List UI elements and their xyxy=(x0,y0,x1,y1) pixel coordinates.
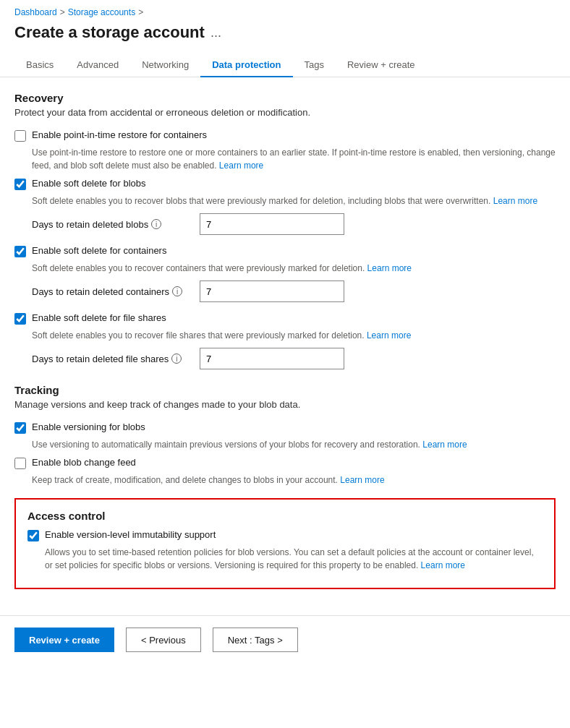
point-in-time-checkbox[interactable] xyxy=(14,130,26,142)
retain-containers-info-icon[interactable]: i xyxy=(172,286,182,296)
versioning-label[interactable]: Enable versioning for blobs xyxy=(32,421,145,432)
retain-containers-input[interactable] xyxy=(200,281,344,302)
retain-containers-field-row: Days to retain deleted containers i xyxy=(32,281,556,302)
recovery-desc: Protect your data from accidental or err… xyxy=(14,107,556,118)
breadcrumb-dashboard[interactable]: Dashboard xyxy=(14,7,57,17)
tab-review-create[interactable]: Review + create xyxy=(336,53,427,77)
soft-delete-containers-learn-more[interactable]: Learn more xyxy=(367,263,412,273)
versioning-checkbox-row: Enable versioning for blobs xyxy=(14,421,556,434)
tab-advanced[interactable]: Advanced xyxy=(65,53,130,77)
tracking-section: Tracking Manage versions and keep track … xyxy=(14,384,556,487)
breadcrumb: Dashboard > Storage accounts > xyxy=(0,0,570,20)
change-feed-checkbox-row: Enable blob change feed xyxy=(14,457,556,469)
immutability-checkbox-row: Enable version-level immutability suppor… xyxy=(27,529,543,541)
tab-data-protection[interactable]: Data protection xyxy=(200,53,292,77)
previous-button[interactable]: < Previous xyxy=(126,628,201,652)
recovery-section: Recovery Protect your data from accident… xyxy=(14,92,556,369)
point-in-time-checkbox-row: Enable point-in-time restore for contain… xyxy=(14,129,556,142)
soft-delete-containers-desc: Soft delete enables you to recover conta… xyxy=(32,262,556,275)
soft-delete-files-desc: Soft delete enables you to recover file … xyxy=(32,329,556,342)
soft-delete-blobs-checkbox[interactable] xyxy=(14,179,26,190)
retain-files-input[interactable] xyxy=(200,348,344,369)
retain-blobs-label: Days to retain deleted blobs i xyxy=(32,219,191,230)
retain-blobs-field-row: Days to retain deleted blobs i xyxy=(32,213,556,235)
page-header: Create a storage account ... xyxy=(0,20,570,53)
tab-networking[interactable]: Networking xyxy=(130,53,200,77)
access-control-section: Access control Enable version-level immu… xyxy=(14,498,556,589)
change-feed-checkbox[interactable] xyxy=(14,458,26,469)
page-menu-button[interactable]: ... xyxy=(210,25,221,40)
soft-delete-files-learn-more[interactable]: Learn more xyxy=(367,330,411,341)
tracking-desc: Manage versions and keep track of change… xyxy=(14,399,556,410)
soft-delete-blobs-learn-more[interactable]: Learn more xyxy=(493,196,537,206)
tab-basics[interactable]: Basics xyxy=(14,53,65,77)
immutability-label[interactable]: Enable version-level immutability suppor… xyxy=(45,529,216,540)
access-control-title: Access control xyxy=(27,510,543,522)
immutability-checkbox[interactable] xyxy=(27,530,39,541)
change-feed-label[interactable]: Enable blob change feed xyxy=(32,457,136,468)
immutability-learn-more[interactable]: Learn more xyxy=(421,560,465,570)
point-in-time-desc: Use point-in-time restore to restore one… xyxy=(32,146,556,172)
breadcrumb-sep1: > xyxy=(60,7,65,17)
soft-delete-containers-label[interactable]: Enable soft delete for containers xyxy=(32,245,166,256)
versioning-learn-more[interactable]: Learn more xyxy=(422,440,467,450)
soft-delete-blobs-desc: Soft delete enables you to recover blobs… xyxy=(32,194,556,207)
recovery-title: Recovery xyxy=(14,92,556,104)
versioning-checkbox[interactable] xyxy=(14,422,26,434)
main-content: Recovery Protect your data from accident… xyxy=(0,77,570,615)
breadcrumb-storage-accounts[interactable]: Storage accounts xyxy=(68,7,135,17)
retain-blobs-input[interactable] xyxy=(200,213,344,235)
change-feed-learn-more[interactable]: Learn more xyxy=(340,475,384,485)
retain-containers-label: Days to retain deleted containers i xyxy=(32,286,191,297)
soft-delete-containers-checkbox[interactable] xyxy=(14,246,26,257)
page-title: Create a storage account xyxy=(14,23,205,42)
footer: Review + create < Previous Next : Tags > xyxy=(0,615,570,664)
retain-blobs-info-icon[interactable]: i xyxy=(151,219,161,229)
next-button[interactable]: Next : Tags > xyxy=(213,628,298,652)
immutability-desc: Allows you to set time-based retention p… xyxy=(45,546,543,572)
tab-bar: Basics Advanced Networking Data protecti… xyxy=(0,53,570,77)
tab-tags[interactable]: Tags xyxy=(293,53,336,77)
tracking-title: Tracking xyxy=(14,384,556,396)
soft-delete-files-checkbox-row: Enable soft delete for file shares xyxy=(14,312,556,325)
soft-delete-blobs-checkbox-row: Enable soft delete for blobs xyxy=(14,178,556,190)
breadcrumb-sep2: > xyxy=(138,7,143,17)
point-in-time-learn-more[interactable]: Learn more xyxy=(219,160,263,171)
versioning-desc: Use versioning to automatically maintain… xyxy=(32,438,556,451)
retain-files-label: Days to retain deleted file shares i xyxy=(32,354,191,364)
soft-delete-files-checkbox[interactable] xyxy=(14,313,26,325)
retain-files-info-icon[interactable]: i xyxy=(171,354,182,364)
soft-delete-blobs-label[interactable]: Enable soft delete for blobs xyxy=(32,178,146,189)
soft-delete-files-label[interactable]: Enable soft delete for file shares xyxy=(32,312,166,323)
change-feed-desc: Keep track of create, modification, and … xyxy=(32,474,556,487)
retain-files-field-row: Days to retain deleted file shares i xyxy=(32,348,556,369)
point-in-time-label[interactable]: Enable point-in-time restore for contain… xyxy=(32,129,207,140)
soft-delete-containers-checkbox-row: Enable soft delete for containers xyxy=(14,245,556,257)
review-create-button[interactable]: Review + create xyxy=(14,628,114,652)
